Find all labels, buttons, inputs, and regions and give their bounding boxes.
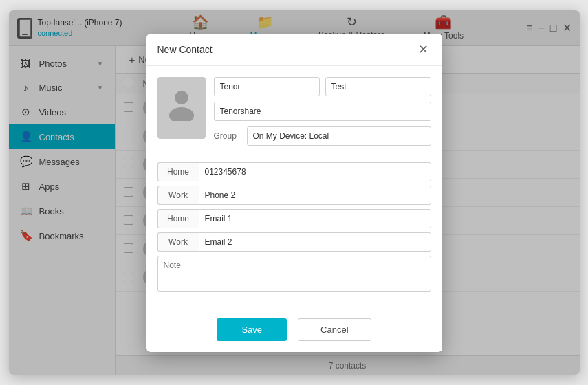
modal-overlay: New Contact ✕	[9, 10, 580, 375]
name-row	[214, 77, 431, 96]
phone-type-2: Work	[157, 186, 199, 205]
email-section: Home Work	[157, 209, 431, 252]
top-area: Group	[157, 77, 431, 157]
phone-field-1: Home	[157, 162, 431, 182]
dialog-header: New Contact ✕	[146, 34, 442, 66]
email-type-1: Home	[157, 209, 199, 228]
email-field-1: Home	[157, 209, 431, 228]
email-value-1[interactable]	[199, 209, 431, 228]
email-value-2[interactable]	[199, 232, 431, 252]
company-input[interactable]	[214, 102, 431, 121]
dialog-footer: Save Cancel	[146, 310, 442, 352]
phone-value-1[interactable]	[199, 162, 431, 182]
last-name-input[interactable]	[325, 77, 431, 96]
contact-avatar-upload[interactable]	[157, 77, 206, 139]
phone-field-2: Work	[157, 186, 431, 205]
first-name-input[interactable]	[214, 77, 320, 96]
avatar-placeholder-icon	[168, 88, 195, 128]
group-label: Group	[214, 131, 241, 141]
dialog-title: New Contact	[157, 44, 213, 55]
phone-value-2[interactable]	[199, 186, 431, 205]
email-field-2: Work	[157, 232, 431, 252]
save-button[interactable]: Save	[217, 318, 287, 341]
svg-point-4	[169, 107, 194, 121]
phone-section: Home Work	[157, 162, 431, 205]
name-fields: Group	[214, 77, 431, 157]
new-contact-dialog: New Contact ✕	[146, 34, 442, 352]
phone-type-1: Home	[157, 162, 199, 182]
svg-point-3	[175, 91, 188, 104]
email-type-2: Work	[157, 232, 199, 252]
group-row: Group	[214, 126, 431, 146]
cancel-button[interactable]: Cancel	[298, 318, 371, 341]
dialog-close-button[interactable]: ✕	[416, 42, 431, 57]
dialog-body: Group Home Work	[146, 66, 442, 310]
group-input[interactable]	[247, 126, 431, 146]
note-textarea[interactable]	[157, 256, 431, 292]
